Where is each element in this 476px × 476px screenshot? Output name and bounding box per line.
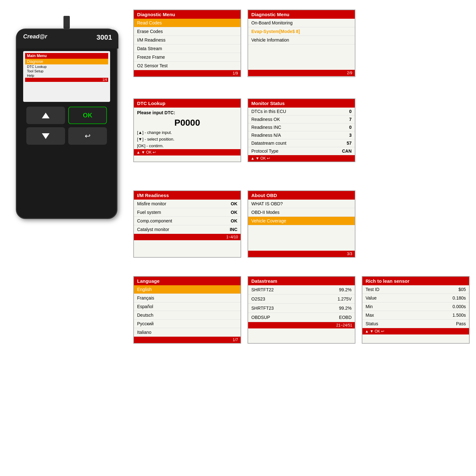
diag-menu-1-title: Diagnostic Menu: [134, 10, 241, 19]
max-row: Max 1.500s: [362, 311, 469, 320]
russian-item[interactable]: Русский: [134, 320, 241, 328]
readiness-na-row: Readiness N/A 3: [248, 131, 355, 139]
dtc-nav-bar: ▲ ▼ OK ↩: [134, 149, 241, 155]
o2s23-row: O2S23 1.275V: [248, 294, 355, 304]
monitor-status-panel: Monitor Status DTCs in this ECU 0 Readin…: [248, 98, 355, 162]
min-value: 0.000s: [453, 304, 466, 309]
readiness-na-value: 3: [349, 133, 352, 138]
third-panels-row: I/M Readiness Misfire monitor OK Fuel sy…: [133, 190, 470, 258]
misfire-row: Misfire monitor OK: [134, 200, 241, 208]
dtcs-value: 0: [349, 109, 352, 114]
cable-connector: [63, 16, 70, 29]
status-value: Pass: [456, 321, 466, 326]
monitor-status-title: Monitor Status: [248, 99, 355, 108]
italiano-item[interactable]: Italiano: [134, 328, 241, 337]
vehicle-coverage-item[interactable]: Vehicle Coverage: [248, 217, 355, 225]
screen-item-1: DTC Lookup: [25, 64, 108, 69]
diag-menu-2-footer: 2/9: [248, 70, 355, 76]
dtc-lookup-panel: DTC Lookup Please input DTC: P0000 [▲] -…: [133, 98, 241, 162]
device-buttons: OK ↩: [26, 107, 107, 145]
top-panels-row: Diagnostic Menu Read Codes Erase Codes I…: [133, 10, 470, 77]
catalyst-monitor-label: Catalyst monitor: [134, 225, 214, 234]
dtcs-label: DTCs in this ECU: [251, 109, 286, 114]
evap-system-item[interactable]: Evap-System[Mode$ 8]: [248, 27, 355, 36]
o2s23-label: O2S23: [251, 296, 265, 301]
datastream-body: SHRTFT22 99.2% O2S23 1.275V SHRTFT23 99.…: [248, 285, 355, 322]
screen-item-2: Tool Setup: [25, 69, 108, 73]
screen-header: Main Menu: [25, 53, 108, 59]
screen-item-3: Help: [25, 73, 108, 78]
erase-codes-item[interactable]: Erase Codes: [134, 27, 241, 36]
diag-menu-2-body: On-Board Monitoring Evap-System[Mode$ 8]…: [248, 19, 355, 70]
o2-sensor-item[interactable]: O2 Sensor Test: [134, 62, 241, 70]
up-button[interactable]: [26, 107, 65, 124]
monitor-status-body: DTCs in this ECU 0 Readiness OK 7 Readin…: [248, 108, 355, 155]
rich-lean-title: Rich to lean sensor: [362, 277, 469, 285]
datastream-count-row: Datastream count 57: [248, 139, 355, 147]
obdsup-value: EOBD: [339, 315, 352, 320]
screen-selected-item: Diagnose: [25, 59, 108, 64]
down-arrow-icon: [42, 133, 50, 139]
dtc-instruction-2: [▼] - select position.: [134, 136, 241, 142]
device-body: Cread@r 3001 Main Menu Diagnose DTC Look…: [16, 29, 117, 219]
ok-button[interactable]: OK: [68, 107, 107, 124]
protocol-type-label: Protocol Type: [251, 149, 278, 154]
max-value: 1.500s: [453, 313, 466, 318]
top-right-placeholder: [362, 10, 470, 77]
third-right-placeholder: [362, 190, 470, 258]
diagnostic-menu-1-panel: Diagnostic Menu Read Codes Erase Codes I…: [133, 10, 241, 77]
o2s23-value: 1.275V: [338, 296, 352, 301]
on-board-monitoring-item[interactable]: On-Board Monitoring: [248, 19, 355, 27]
deutsch-item[interactable]: Deutsch: [134, 311, 241, 320]
language-panel: Language English Français Español Deutsc…: [133, 276, 241, 344]
espanol-item[interactable]: Español: [134, 302, 241, 311]
dtc-code-display[interactable]: P0000: [134, 116, 241, 129]
read-codes-item[interactable]: Read Codes: [134, 19, 241, 27]
freeze-frame-item[interactable]: Freeze Frame: [134, 53, 241, 62]
bottom-panels-row: Language English Français Español Deutsc…: [133, 276, 470, 344]
rich-lean-body: Test ID $05 Value 0.180s Min 0.000s Max …: [362, 285, 469, 328]
im-table: Misfire monitor OK Fuel system OK Comp.c…: [134, 200, 241, 234]
protocol-type-row: Protocol Type CAN: [248, 147, 355, 155]
english-item[interactable]: English: [134, 285, 241, 294]
readiness-ok-label: Readiness OK: [251, 117, 280, 122]
vehicle-information-item[interactable]: Vehicle Information: [248, 36, 355, 44]
about-obd-body: WHAT IS OBD? OBD-II Modes Vehicle Covera…: [248, 200, 355, 251]
language-footer: 1/7: [134, 337, 241, 343]
test-id-value: $05: [459, 287, 466, 292]
status-row: Status Pass: [362, 320, 469, 328]
obdsup-row: OBDSUP EOBD: [248, 313, 355, 322]
dtcs-row: DTCs in this ECU 0: [248, 108, 355, 116]
back-button[interactable]: ↩: [68, 127, 107, 145]
catalyst-monitor-value: INC: [214, 225, 241, 234]
what-is-obd-item[interactable]: WHAT IS OBD?: [248, 200, 355, 208]
shrtft22-row: SHRTFT22 99.2%: [248, 285, 355, 294]
obd-ii-modes-item[interactable]: OBD-II Modes: [248, 208, 355, 217]
fuel-system-row: Fuel system OK: [134, 208, 241, 217]
about-obd-title: About OBD: [248, 191, 355, 200]
fuel-system-value: OK: [214, 208, 241, 217]
im-readiness-item[interactable]: I/M Readiness: [134, 36, 241, 44]
min-row: Min 0.000s: [362, 302, 469, 311]
device: Cread@r 3001 Main Menu Diagnose DTC Look…: [6, 16, 127, 238]
language-title: Language: [134, 277, 241, 285]
screen-footer: 1/4: [25, 78, 108, 82]
diag-menu-1-body: Read Codes Erase Codes I/M Readiness Dat…: [134, 19, 241, 70]
down-button[interactable]: [26, 127, 65, 145]
francais-item[interactable]: Français: [134, 294, 241, 302]
data-stream-item[interactable]: Data Stream: [134, 44, 241, 53]
rich-lean-sensor-panel: Rich to lean sensor Test ID $05 Value 0.…: [362, 276, 470, 344]
catalyst-monitor-row: Catalyst monitor INC: [134, 225, 241, 234]
comp-component-value: OK: [214, 217, 241, 225]
ok-label: OK: [83, 112, 92, 119]
obdsup-label: OBDSUP: [251, 315, 270, 320]
comp-component-row: Comp.component OK: [134, 217, 241, 225]
diag-menu-2-title: Diagnostic Menu: [248, 10, 355, 19]
dtc-input-label: Please input DTC:: [134, 108, 241, 116]
spacer: [248, 44, 355, 70]
about-obd-panel: About OBD WHAT IS OBD? OBD-II Modes Vehi…: [248, 190, 355, 258]
middle-right-placeholder: [362, 98, 470, 162]
diag-menu-1-footer: 1/9: [134, 70, 241, 76]
sensor-value-value: 0.180s: [453, 295, 466, 301]
datastream-count-value: 57: [347, 141, 352, 146]
